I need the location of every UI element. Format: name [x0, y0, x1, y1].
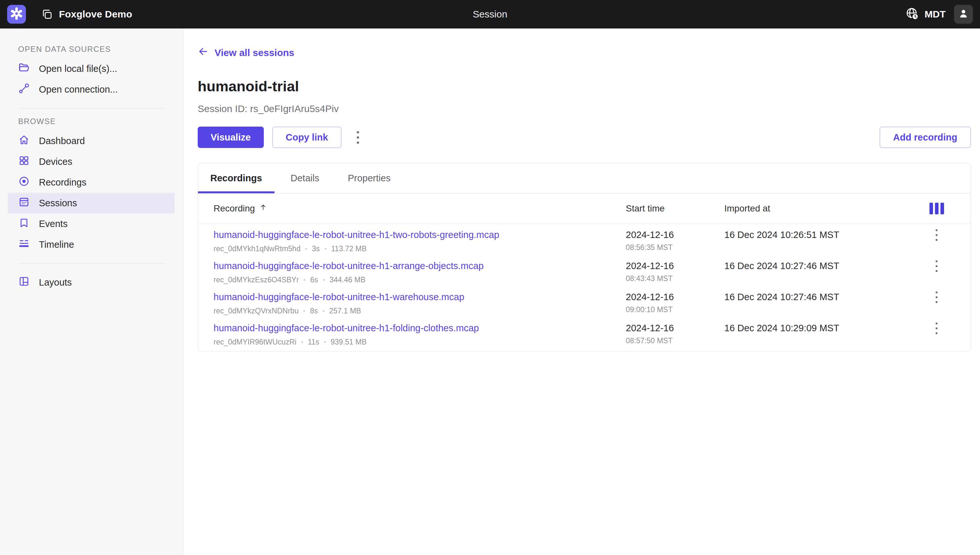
imported-at-cell: 16 Dec 2024 10:29:09 MST: [724, 322, 917, 334]
recording-cell: humanoid-huggingface-le-robot-unitree-h1…: [214, 260, 626, 284]
column-label: Recording: [214, 203, 255, 214]
sidebar-item-label: Open local file(s)...: [39, 63, 117, 74]
sidebar-item-open-local-files[interactable]: Open local file(s)...: [8, 58, 175, 79]
recording-size: 257.1 MB: [329, 306, 361, 315]
sidebar-item-events[interactable]: Events: [8, 213, 175, 234]
table-row: humanoid-huggingface-le-robot-unitree-h1…: [198, 317, 970, 348]
recording-link[interactable]: humanoid-huggingface-le-robot-unitree-h1…: [214, 260, 484, 271]
account-button[interactable]: [954, 5, 973, 24]
recording-cell: humanoid-huggingface-le-robot-unitree-h1…: [214, 322, 626, 346]
recording-meta: rec_0dMYIR96tWUcuzRi11s939.51 MB: [214, 338, 626, 346]
sidebar-item-label: Devices: [39, 156, 72, 167]
recording-meta: rec_0dMYkh1qNwRtm5hd3s113.72 MB: [214, 244, 626, 253]
organization-switcher[interactable]: Foxglove Demo: [41, 8, 132, 21]
start-time-cell: 2024-12-16 08:57:50 MST: [626, 322, 724, 345]
column-header-recording[interactable]: Recording: [214, 203, 626, 214]
dot-separator: [324, 341, 326, 343]
record-circle-icon: [18, 175, 30, 189]
tab-recordings[interactable]: Recordings: [198, 163, 275, 193]
recording-duration: 11s: [308, 338, 319, 346]
recording-size: 344.46 MB: [330, 276, 365, 284]
dot-separator: [301, 341, 303, 343]
start-time-cell: 2024-12-16 08:56:35 MST: [626, 229, 724, 252]
row-menu-button[interactable]: [929, 321, 945, 336]
tab-details[interactable]: Details: [278, 163, 332, 193]
start-time: 08:43:43 MST: [626, 274, 724, 283]
dot-separator: [305, 248, 307, 250]
start-time: 08:57:50 MST: [626, 337, 724, 345]
start-date: 2024-12-16: [626, 292, 724, 302]
dot-separator: [303, 310, 305, 312]
timezone-button[interactable]: MDT: [905, 6, 946, 22]
tab-properties[interactable]: Properties: [335, 163, 403, 193]
stacked-cards-icon: [41, 8, 53, 21]
dot-separator: [323, 279, 325, 281]
layout-panels-icon: [18, 276, 30, 289]
sidebar-item-timeline[interactable]: Timeline: [8, 234, 175, 255]
column-label: Start time: [626, 203, 665, 214]
sidebar-item-sessions[interactable]: Sessions: [8, 192, 175, 213]
row-menu-button[interactable]: [929, 289, 945, 305]
session-more-menu-button[interactable]: [350, 127, 365, 148]
link-nodes-icon: [18, 83, 30, 96]
sidebar-item-dashboard[interactable]: Dashboard: [8, 130, 175, 151]
sidebar-item-label: Events: [39, 218, 68, 229]
table-header: Recording Start time Imported at: [198, 194, 970, 223]
session-id: Session ID: rs_0eFIgrIAru5s4Piv: [198, 103, 971, 114]
recording-link[interactable]: humanoid-huggingface-le-robot-unitree-h1…: [214, 229, 499, 240]
start-date: 2024-12-16: [626, 229, 724, 240]
arrow-left-icon: [198, 46, 209, 59]
session-title: humanoid-trial: [198, 78, 971, 95]
column-header-imported-at[interactable]: Imported at: [724, 203, 917, 214]
recording-meta: rec_0dMYkzEsz6O4SBYr6s344.46 MB: [214, 276, 626, 284]
session-actions: Visualize Copy link Add recording: [198, 127, 971, 148]
sidebar-item-label: Timeline: [39, 239, 74, 250]
sidebar-item-open-connection[interactable]: Open connection...: [8, 79, 175, 100]
recording-id: rec_0dMYkzEsz6O4SBYr: [214, 276, 299, 284]
visualize-button[interactable]: Visualize: [198, 127, 264, 148]
sidebar-item-label: Layouts: [39, 277, 72, 288]
sidebar-divider: [18, 108, 165, 109]
imported-at-cell: 16 Dec 2024 10:27:46 MST: [724, 292, 917, 302]
table-row: humanoid-huggingface-le-robot-unitree-h1…: [198, 286, 970, 317]
section-label-browse: BROWSE: [18, 117, 183, 126]
sidebar-item-label: Recordings: [39, 177, 87, 188]
sidebar-item-devices[interactable]: Devices: [8, 151, 175, 172]
imported-at-cell: 16 Dec 2024 10:26:51 MST: [724, 229, 917, 240]
recording-meta: rec_0dMYkzQVrxNDNrbu8s257.1 MB: [214, 306, 626, 315]
tab-bar: Recordings Details Properties: [198, 163, 970, 194]
table-row: humanoid-huggingface-le-robot-unitree-h1…: [198, 255, 970, 286]
sidebar-item-label: Sessions: [39, 198, 77, 209]
folder-open-icon: [18, 62, 30, 76]
row-menu-button[interactable]: [929, 227, 945, 243]
view-all-sessions-link[interactable]: View all sessions: [198, 46, 294, 59]
recording-id: rec_0dMYIR96tWUcuzRi: [214, 338, 296, 346]
recording-link[interactable]: humanoid-huggingface-le-robot-unitree-h1…: [214, 322, 479, 334]
column-header-start-time[interactable]: Start time: [626, 203, 724, 214]
session-pad-icon: [18, 196, 30, 210]
add-recording-button[interactable]: Add recording: [880, 127, 971, 148]
page-title: Session: [473, 9, 507, 20]
recording-duration: 8s: [310, 306, 318, 315]
app-name: Foxglove Demo: [59, 9, 132, 20]
section-label-open-data-sources: OPEN DATA SOURCES: [18, 45, 183, 54]
recording-size: 939.51 MB: [331, 338, 367, 346]
top-bar: Foxglove Demo Session MDT: [0, 0, 980, 29]
foxglove-logo[interactable]: [7, 5, 26, 24]
sidebar-item-recordings[interactable]: Recordings: [8, 172, 175, 192]
recording-id: rec_0dMYkzQVrxNDNrbu: [214, 306, 298, 315]
grid-icon: [18, 155, 30, 169]
start-date: 2024-12-16: [626, 322, 724, 334]
foxglove-asterisk-icon: [10, 7, 23, 21]
start-time: 08:56:35 MST: [626, 243, 724, 252]
copy-link-button[interactable]: Copy link: [272, 127, 342, 148]
sidebar: OPEN DATA SOURCES Open local file(s)... …: [0, 29, 183, 555]
person-icon: [957, 8, 969, 21]
column-settings-button[interactable]: [927, 201, 946, 216]
row-menu-button[interactable]: [929, 258, 945, 274]
recording-duration: 6s: [310, 276, 318, 284]
timeline-lines-icon: [18, 238, 30, 252]
recording-link[interactable]: humanoid-huggingface-le-robot-unitree-h1…: [214, 292, 464, 302]
sidebar-item-label: Open connection...: [39, 84, 117, 95]
sidebar-item-layouts[interactable]: Layouts: [8, 272, 175, 293]
